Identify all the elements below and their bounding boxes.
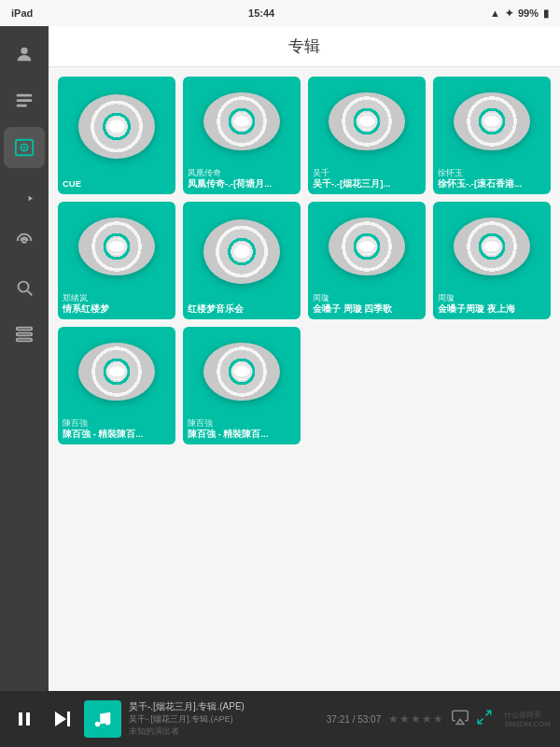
album-card-5[interactable]: 郑绪岚 情系红楼梦 bbox=[58, 202, 175, 319]
cd-center bbox=[482, 113, 503, 129]
album-artist: 徐怀玉 bbox=[438, 168, 546, 178]
sidebar-item-playlist[interactable] bbox=[4, 174, 45, 215]
player-artist: 吴千-.[烟花三月].专辑.(APE) bbox=[129, 713, 319, 726]
svg-line-21 bbox=[486, 711, 491, 715]
album-artist: 吴千 bbox=[313, 168, 421, 178]
sidebar-item-search[interactable] bbox=[4, 267, 45, 308]
album-card-10[interactable]: 陳百強 陳百強 - 精裝陳百... bbox=[183, 327, 301, 444]
album-title: 凤凰传奇-.-[荷塘月... bbox=[188, 178, 296, 190]
header: 专辑 bbox=[49, 26, 560, 67]
album-title: 红楼梦音乐会 bbox=[188, 303, 296, 315]
cd-center bbox=[482, 238, 503, 254]
player-time: 37:21 / 53:07 bbox=[327, 714, 381, 725]
cd-icon bbox=[454, 218, 530, 275]
album-card-9[interactable]: 陳百強 陳百強 - 精裝陳百... bbox=[58, 327, 175, 444]
sidebar-item-settings[interactable] bbox=[4, 314, 45, 355]
album-card-7[interactable]: 周璇 金嗓子 周璇 四季歌 bbox=[308, 202, 426, 319]
status-time: 15:44 bbox=[248, 7, 274, 19]
svg-line-22 bbox=[478, 719, 483, 724]
svg-rect-3 bbox=[17, 105, 27, 107]
album-label: 陳百強 陳百強 - 精裝陳百... bbox=[183, 416, 301, 444]
svg-rect-11 bbox=[17, 328, 33, 331]
cd-center bbox=[106, 118, 128, 135]
album-card-3[interactable]: 吴千 吴千-.-[烟花三月]... bbox=[308, 77, 426, 194]
sidebar-item-radio[interactable] bbox=[4, 220, 45, 261]
battery-level: 99% bbox=[518, 7, 539, 19]
svg-rect-17 bbox=[67, 712, 70, 726]
album-cover bbox=[183, 77, 301, 166]
svg-rect-15 bbox=[26, 712, 30, 726]
album-title: 徐怀玉-.-[滚石香港... bbox=[438, 178, 546, 190]
album-cover bbox=[433, 77, 551, 166]
airplay-icon[interactable] bbox=[452, 709, 469, 729]
album-artist: 陳百強 bbox=[188, 418, 296, 429]
cd-icon bbox=[203, 219, 280, 284]
player-thumbnail[interactable] bbox=[84, 700, 121, 738]
album-label: CUE bbox=[58, 176, 175, 194]
svg-marker-16 bbox=[55, 712, 66, 726]
album-grid-scroll[interactable]: CUE 凤凰传奇 凤凰传奇-.-[荷塘月... 吴千 吴千-.-[烟花三月]..… bbox=[49, 67, 560, 691]
cd-center bbox=[106, 363, 128, 379]
svg-line-10 bbox=[28, 291, 33, 296]
album-label: 周璇 金嗓子 周璇 四季歌 bbox=[308, 291, 426, 319]
album-label: 徐怀玉 徐怀玉-.-[滚石香港... bbox=[433, 166, 551, 194]
album-card-8[interactable]: 周璇 金嗓子周璇 夜上海 bbox=[433, 202, 551, 319]
svg-point-19 bbox=[105, 720, 111, 726]
album-card-4[interactable]: 徐怀玉 徐怀玉-.-[滚石香港... bbox=[433, 77, 551, 194]
album-title: 吴千-.-[烟花三月]... bbox=[313, 178, 421, 190]
cd-center bbox=[106, 238, 128, 254]
time-total: 53:07 bbox=[357, 714, 381, 725]
album-artist: 郑绪岚 bbox=[63, 293, 171, 303]
album-title: 金嗓子周璇 夜上海 bbox=[438, 303, 546, 315]
album-artist: 周璇 bbox=[438, 293, 546, 303]
album-card-2[interactable]: 凤凰传奇 凤凰传奇-.-[荷塘月... bbox=[183, 77, 301, 194]
next-button[interactable] bbox=[47, 704, 77, 734]
album-card-1[interactable]: CUE bbox=[58, 77, 175, 194]
sidebar bbox=[0, 26, 49, 691]
status-icons: ▲ ✦ 99% ▮ bbox=[490, 7, 549, 20]
album-cover bbox=[58, 77, 175, 176]
svg-marker-20 bbox=[456, 719, 464, 724]
album-label: 凤凰传奇 凤凰传奇-.-[荷塘月... bbox=[183, 166, 301, 194]
cd-icon bbox=[78, 94, 155, 159]
wifi-icon: ▲ bbox=[490, 7, 500, 19]
sidebar-item-profile[interactable] bbox=[4, 34, 45, 75]
album-label: 周璇 金嗓子周璇 夜上海 bbox=[433, 291, 551, 319]
cd-icon bbox=[329, 218, 405, 275]
album-label: 陳百強 陳百強 - 精裝陳百... bbox=[58, 416, 175, 444]
cd-icon bbox=[203, 92, 280, 150]
svg-point-9 bbox=[19, 282, 29, 292]
album-cover bbox=[433, 202, 551, 291]
svg-point-18 bbox=[95, 722, 101, 727]
status-carrier: iPad bbox=[11, 7, 33, 19]
album-card-6[interactable]: 红楼梦音乐会 bbox=[183, 202, 301, 319]
svg-point-0 bbox=[21, 48, 27, 54]
svg-rect-14 bbox=[19, 712, 22, 726]
album-cover bbox=[308, 202, 426, 291]
svg-rect-13 bbox=[17, 339, 33, 342]
expand-icon[interactable] bbox=[476, 709, 493, 729]
album-title: CUE bbox=[63, 178, 171, 190]
sidebar-item-albums[interactable] bbox=[4, 127, 45, 168]
svg-point-8 bbox=[22, 239, 26, 243]
status-bar: iPad 15:44 ▲ ✦ 99% ▮ bbox=[0, 0, 560, 26]
svg-rect-1 bbox=[17, 94, 33, 97]
svg-point-6 bbox=[23, 147, 26, 149]
svg-rect-12 bbox=[17, 333, 33, 336]
svg-rect-2 bbox=[17, 99, 33, 102]
cd-icon bbox=[454, 92, 530, 150]
sidebar-item-library[interactable] bbox=[4, 80, 45, 121]
pause-button[interactable] bbox=[9, 704, 39, 734]
watermark-text: 什么值得买SM2DM.COM bbox=[504, 710, 551, 728]
time-elapsed: 37:21 bbox=[327, 714, 350, 725]
album-artist: 凤凰传奇 bbox=[188, 168, 296, 178]
svg-marker-7 bbox=[29, 196, 34, 202]
player-stars[interactable]: ★★★★★ bbox=[388, 712, 444, 726]
album-title: 金嗓子 周璇 四季歌 bbox=[313, 303, 421, 315]
player-unknown: 未知的演出者 bbox=[129, 726, 319, 738]
album-label: 红楼梦音乐会 bbox=[183, 302, 301, 319]
player-track-title: 昊千-.[烟花三月].专辑.(APE) bbox=[129, 700, 319, 713]
album-grid: CUE 凤凰传奇 凤凰传奇-.-[荷塘月... 吴千 吴千-.-[烟花三月]..… bbox=[58, 77, 551, 444]
cd-icon bbox=[78, 343, 155, 401]
player-right-icons bbox=[452, 709, 493, 729]
